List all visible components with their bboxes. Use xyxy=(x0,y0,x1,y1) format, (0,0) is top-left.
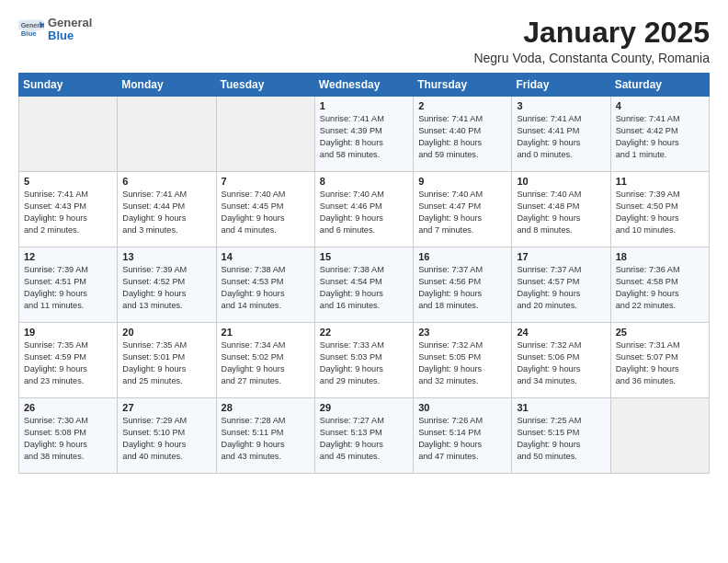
logo-blue: Blue xyxy=(48,29,92,42)
logo: General Blue General Blue xyxy=(18,17,92,43)
day-number: 26 xyxy=(24,402,112,413)
table-row: 15Sunrise: 7:38 AM Sunset: 4:54 PM Dayli… xyxy=(314,247,413,323)
day-info: Sunrise: 7:27 AM Sunset: 5:13 PM Dayligh… xyxy=(320,415,408,463)
day-info: Sunrise: 7:37 AM Sunset: 4:56 PM Dayligh… xyxy=(418,264,506,312)
day-info: Sunrise: 7:29 AM Sunset: 5:10 PM Dayligh… xyxy=(122,415,210,463)
col-sunday: Sunday xyxy=(19,74,118,97)
day-number: 21 xyxy=(222,327,310,338)
day-info: Sunrise: 7:41 AM Sunset: 4:40 PM Dayligh… xyxy=(418,113,506,161)
header: General Blue General Blue January 2025 N… xyxy=(18,17,710,65)
day-number: 27 xyxy=(122,402,210,413)
day-number: 8 xyxy=(320,176,408,187)
table-row xyxy=(19,97,118,172)
day-number: 2 xyxy=(418,100,506,111)
day-number: 24 xyxy=(517,327,605,338)
calendar-week-row: 1Sunrise: 7:41 AM Sunset: 4:39 PM Daylig… xyxy=(19,97,710,172)
table-row: 6Sunrise: 7:41 AM Sunset: 4:44 PM Daylig… xyxy=(118,172,216,247)
table-row: 20Sunrise: 7:35 AM Sunset: 5:01 PM Dayli… xyxy=(118,323,216,398)
day-info: Sunrise: 7:26 AM Sunset: 5:14 PM Dayligh… xyxy=(418,415,506,463)
table-row: 25Sunrise: 7:31 AM Sunset: 5:07 PM Dayli… xyxy=(610,323,709,398)
day-info: Sunrise: 7:39 AM Sunset: 4:50 PM Dayligh… xyxy=(616,189,704,236)
table-row: 9Sunrise: 7:40 AM Sunset: 4:47 PM Daylig… xyxy=(414,172,512,247)
day-number: 3 xyxy=(517,100,605,111)
col-monday: Monday xyxy=(118,74,216,97)
table-row xyxy=(118,97,216,172)
day-number: 16 xyxy=(418,251,506,262)
table-row: 21Sunrise: 7:34 AM Sunset: 5:02 PM Dayli… xyxy=(216,323,314,398)
day-number: 12 xyxy=(24,251,112,262)
table-row: 11Sunrise: 7:39 AM Sunset: 4:50 PM Dayli… xyxy=(610,172,709,247)
day-info: Sunrise: 7:32 AM Sunset: 5:06 PM Dayligh… xyxy=(517,339,605,387)
day-number: 18 xyxy=(616,251,704,262)
day-info: Sunrise: 7:36 AM Sunset: 4:58 PM Dayligh… xyxy=(616,264,704,312)
table-row: 19Sunrise: 7:35 AM Sunset: 4:59 PM Dayli… xyxy=(19,323,118,398)
title-block: January 2025 Negru Voda, Constanta Count… xyxy=(473,17,710,65)
col-tuesday: Tuesday xyxy=(216,74,314,97)
day-number: 28 xyxy=(222,402,310,413)
calendar-header-row: Sunday Monday Tuesday Wednesday Thursday… xyxy=(19,74,710,97)
col-thursday: Thursday xyxy=(414,74,512,97)
day-number: 1 xyxy=(320,100,408,111)
logo-general: General xyxy=(48,17,92,29)
col-saturday: Saturday xyxy=(610,74,709,97)
table-row: 12Sunrise: 7:39 AM Sunset: 4:51 PM Dayli… xyxy=(19,247,118,323)
day-number: 30 xyxy=(418,402,506,413)
table-row: 16Sunrise: 7:37 AM Sunset: 4:56 PM Dayli… xyxy=(414,247,512,323)
calendar-week-row: 26Sunrise: 7:30 AM Sunset: 5:08 PM Dayli… xyxy=(19,398,710,474)
day-number: 10 xyxy=(517,176,605,187)
table-row: 4Sunrise: 7:41 AM Sunset: 4:42 PM Daylig… xyxy=(610,97,709,172)
table-row: 14Sunrise: 7:38 AM Sunset: 4:53 PM Dayli… xyxy=(216,247,314,323)
calendar-week-row: 12Sunrise: 7:39 AM Sunset: 4:51 PM Dayli… xyxy=(19,247,710,323)
col-wednesday: Wednesday xyxy=(314,74,413,97)
day-info: Sunrise: 7:41 AM Sunset: 4:42 PM Dayligh… xyxy=(616,113,704,161)
table-row: 26Sunrise: 7:30 AM Sunset: 5:08 PM Dayli… xyxy=(19,398,118,474)
table-row: 18Sunrise: 7:36 AM Sunset: 4:58 PM Dayli… xyxy=(610,247,709,323)
day-number: 25 xyxy=(616,327,704,338)
calendar-week-row: 5Sunrise: 7:41 AM Sunset: 4:43 PM Daylig… xyxy=(19,172,710,247)
table-row: 8Sunrise: 7:40 AM Sunset: 4:46 PM Daylig… xyxy=(314,172,413,247)
day-info: Sunrise: 7:40 AM Sunset: 4:47 PM Dayligh… xyxy=(418,189,506,236)
table-row: 28Sunrise: 7:28 AM Sunset: 5:11 PM Dayli… xyxy=(216,398,314,474)
day-info: Sunrise: 7:41 AM Sunset: 4:39 PM Dayligh… xyxy=(320,113,408,161)
table-row: 24Sunrise: 7:32 AM Sunset: 5:06 PM Dayli… xyxy=(512,323,610,398)
day-number: 31 xyxy=(517,402,605,413)
day-info: Sunrise: 7:38 AM Sunset: 4:54 PM Dayligh… xyxy=(320,264,408,312)
calendar: Sunday Monday Tuesday Wednesday Thursday… xyxy=(18,73,710,474)
day-info: Sunrise: 7:35 AM Sunset: 4:59 PM Dayligh… xyxy=(24,339,112,387)
day-info: Sunrise: 7:40 AM Sunset: 4:45 PM Dayligh… xyxy=(222,189,310,236)
table-row: 23Sunrise: 7:32 AM Sunset: 5:05 PM Dayli… xyxy=(414,323,512,398)
day-info: Sunrise: 7:30 AM Sunset: 5:08 PM Dayligh… xyxy=(24,415,112,463)
table-row: 27Sunrise: 7:29 AM Sunset: 5:10 PM Dayli… xyxy=(118,398,216,474)
table-row: 22Sunrise: 7:33 AM Sunset: 5:03 PM Dayli… xyxy=(314,323,413,398)
day-info: Sunrise: 7:35 AM Sunset: 5:01 PM Dayligh… xyxy=(122,339,210,387)
table-row: 30Sunrise: 7:26 AM Sunset: 5:14 PM Dayli… xyxy=(414,398,512,474)
logo-icon: General Blue xyxy=(18,17,44,42)
day-info: Sunrise: 7:40 AM Sunset: 4:46 PM Dayligh… xyxy=(320,189,408,236)
table-row: 17Sunrise: 7:37 AM Sunset: 4:57 PM Dayli… xyxy=(512,247,610,323)
day-number: 5 xyxy=(24,176,112,187)
day-number: 9 xyxy=(418,176,506,187)
logo-text: General Blue xyxy=(48,17,92,43)
table-row: 1Sunrise: 7:41 AM Sunset: 4:39 PM Daylig… xyxy=(314,97,413,172)
day-info: Sunrise: 7:37 AM Sunset: 4:57 PM Dayligh… xyxy=(517,264,605,312)
day-info: Sunrise: 7:28 AM Sunset: 5:11 PM Dayligh… xyxy=(222,415,310,463)
day-info: Sunrise: 7:41 AM Sunset: 4:43 PM Dayligh… xyxy=(24,189,112,236)
day-info: Sunrise: 7:25 AM Sunset: 5:15 PM Dayligh… xyxy=(517,415,605,463)
day-number: 23 xyxy=(418,327,506,338)
day-number: 4 xyxy=(616,100,704,111)
day-number: 14 xyxy=(222,251,310,262)
day-number: 13 xyxy=(122,251,210,262)
day-info: Sunrise: 7:39 AM Sunset: 4:52 PM Dayligh… xyxy=(122,264,210,312)
location-title: Negru Voda, Constanta County, Romania xyxy=(473,51,710,65)
day-info: Sunrise: 7:34 AM Sunset: 5:02 PM Dayligh… xyxy=(222,339,310,387)
day-info: Sunrise: 7:41 AM Sunset: 4:41 PM Dayligh… xyxy=(517,113,605,161)
table-row xyxy=(216,97,314,172)
day-number: 20 xyxy=(122,327,210,338)
day-info: Sunrise: 7:38 AM Sunset: 4:53 PM Dayligh… xyxy=(222,264,310,312)
table-row: 10Sunrise: 7:40 AM Sunset: 4:48 PM Dayli… xyxy=(512,172,610,247)
day-info: Sunrise: 7:40 AM Sunset: 4:48 PM Dayligh… xyxy=(517,189,605,236)
day-info: Sunrise: 7:32 AM Sunset: 5:05 PM Dayligh… xyxy=(418,339,506,387)
day-number: 11 xyxy=(616,176,704,187)
day-number: 29 xyxy=(320,402,408,413)
day-info: Sunrise: 7:39 AM Sunset: 4:51 PM Dayligh… xyxy=(24,264,112,312)
